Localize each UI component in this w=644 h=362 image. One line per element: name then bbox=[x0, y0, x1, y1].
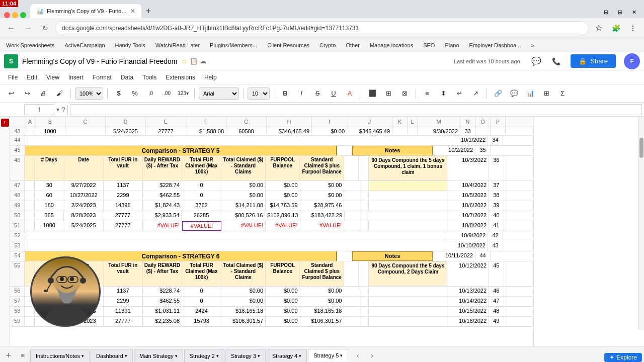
cell-48-F[interactable]: 0 bbox=[182, 191, 221, 201]
cell-53-M[interactable]: 10/10/2022 bbox=[445, 241, 488, 251]
browser-minimize[interactable]: ⊟ bbox=[600, 6, 612, 18]
cell-45-M[interactable]: 10/2/2022 bbox=[433, 146, 475, 155]
cell-49-C[interactable]: 2/24/2023 bbox=[64, 201, 104, 211]
cell-47-F[interactable]: 0 bbox=[182, 181, 221, 191]
cell-49-D[interactable]: 14396 bbox=[104, 201, 143, 211]
tab-main-strategy[interactable]: Main Strategy ▾ bbox=[134, 349, 183, 362]
cell-44-N[interactable]: 34 bbox=[488, 136, 503, 145]
cell-51-G[interactable]: #VALUE! bbox=[221, 221, 266, 231]
cell-57-D[interactable]: 2299 bbox=[104, 297, 143, 306]
bookmark-handy-tools[interactable]: Handy Tools bbox=[113, 41, 147, 49]
cell-51-I[interactable]: #VALUE! bbox=[300, 221, 345, 231]
cell-58-I[interactable]: $18,165.18 bbox=[300, 307, 345, 316]
refresh-button[interactable]: ↻ bbox=[38, 21, 52, 35]
tab-dashboard[interactable]: Dashboard ▾ bbox=[91, 349, 133, 362]
cell-44-M[interactable]: 10/1/2022 bbox=[445, 136, 488, 145]
underline-button[interactable]: U bbox=[327, 86, 341, 101]
cell-58-G[interactable]: $18,165.18 bbox=[221, 307, 266, 316]
cell-57-N[interactable]: 47 bbox=[489, 297, 504, 306]
borders-button[interactable]: ⊞ bbox=[381, 86, 395, 101]
percent-button[interactable]: % bbox=[128, 86, 142, 101]
col-header-O[interactable]: O bbox=[475, 117, 491, 127]
tab-dropdown-icon-3[interactable]: ▾ bbox=[175, 353, 178, 358]
strikethrough-button[interactable]: S bbox=[310, 86, 325, 101]
copy-icon[interactable]: 📋 bbox=[190, 57, 198, 65]
tab-dropdown-icon-2[interactable]: ▾ bbox=[125, 353, 127, 358]
menu-insert[interactable]: Insert bbox=[64, 72, 88, 82]
more-formats[interactable]: 123▾ bbox=[176, 86, 190, 101]
cell-50-F[interactable]: 26285 bbox=[182, 211, 221, 221]
tab-close-icon[interactable]: ✕ bbox=[130, 8, 135, 15]
tab-strategy3[interactable]: Strategy 3 ▾ bbox=[225, 349, 266, 362]
cell-43-I[interactable]: $0.00 bbox=[312, 127, 347, 135]
undo-button[interactable]: ↩ bbox=[4, 86, 18, 101]
bookmark-crypto[interactable]: Crypto bbox=[317, 41, 338, 49]
col-header-H[interactable]: H bbox=[267, 117, 312, 127]
cell-50-D[interactable]: 27777 bbox=[103, 211, 142, 221]
call-button[interactable]: 📞 bbox=[548, 53, 565, 69]
spreadsheet-area[interactable]: A B C D E F G H I J K L M N O P 43 bbox=[10, 117, 533, 346]
cell-48-N[interactable]: 38 bbox=[489, 191, 504, 201]
cell-reference-input[interactable] bbox=[24, 104, 54, 115]
browser-maximize[interactable]: ⊞ bbox=[614, 6, 626, 18]
cell-58-H[interactable]: $0.00 bbox=[266, 307, 300, 316]
explore-button[interactable]: ✦ Explore bbox=[604, 353, 642, 362]
cell-47-G[interactable]: $0.00 bbox=[221, 181, 266, 191]
col-header-E[interactable]: E bbox=[146, 117, 186, 127]
text-color-button[interactable]: A bbox=[343, 86, 357, 101]
cell-47-M[interactable]: 10/4/2022 bbox=[447, 181, 489, 191]
cell-57-I[interactable]: $0.00 bbox=[300, 297, 345, 306]
cell-51-E[interactable]: #VALUE! bbox=[143, 221, 182, 231]
menu-data[interactable]: Data bbox=[117, 72, 137, 82]
cell-58-N[interactable]: 48 bbox=[489, 307, 504, 316]
cell-46-M[interactable]: 10/3/2022 bbox=[447, 156, 489, 180]
cell-48-B[interactable]: 60 bbox=[35, 191, 64, 201]
cell-47-E[interactable]: $228.74 bbox=[143, 181, 182, 191]
cell-43-D[interactable]: 5/24/2025 bbox=[106, 127, 146, 135]
sheet-list-button[interactable]: ≡ bbox=[16, 349, 29, 362]
bold-button[interactable]: B bbox=[278, 86, 292, 101]
cell-56-H[interactable]: $0.00 bbox=[266, 287, 300, 296]
text-wrap-button[interactable]: ↵ bbox=[452, 86, 466, 101]
bookmark-watch-read[interactable]: Watch/Read Later bbox=[153, 41, 202, 49]
tab-dropdown-icon-6[interactable]: ▾ bbox=[299, 353, 301, 358]
tab-strategy5[interactable]: Strategy 5 ▾ bbox=[308, 349, 348, 362]
url-bar[interactable]: docs.google.com/spreadsheets/d/1w2DG-a0-… bbox=[55, 21, 589, 35]
cell-47-I[interactable]: $0.00 bbox=[300, 181, 345, 191]
cell-43-B[interactable]: 1000 bbox=[35, 127, 65, 135]
star-icon[interactable]: ☆ bbox=[181, 57, 188, 65]
tab-dropdown-icon-7[interactable]: ▾ bbox=[340, 353, 343, 358]
currency-button[interactable]: $ bbox=[112, 86, 126, 101]
tab-strategy4[interactable]: Strategy 4 ▾ bbox=[267, 349, 307, 362]
cell-47-D[interactable]: 1137 bbox=[104, 181, 143, 191]
cell-49-H[interactable]: $14,763.59 bbox=[266, 201, 300, 211]
cell-51-M[interactable]: 10/8/2022 bbox=[447, 221, 489, 231]
cell-45-N[interactable]: 35 bbox=[475, 146, 491, 155]
col-header-K[interactable]: K bbox=[392, 117, 408, 127]
scrollbar-thumb[interactable] bbox=[639, 138, 643, 158]
cell-58-D[interactable]: 11391 bbox=[104, 307, 143, 316]
tab-strategy2[interactable]: Strategy 2 ▾ bbox=[184, 349, 224, 362]
col-header-G[interactable]: G bbox=[226, 117, 267, 127]
cell-50-H[interactable]: $102,896.13 bbox=[265, 211, 300, 221]
align-button[interactable]: ≡ bbox=[420, 86, 434, 101]
cell-51-C[interactable]: 5/24/2025 bbox=[64, 221, 104, 231]
cell-56-D[interactable]: 1137 bbox=[104, 287, 143, 296]
account-avatar[interactable]: F bbox=[624, 53, 640, 69]
cell-48-C[interactable]: 10/27/2022 bbox=[64, 191, 104, 201]
cell-47-B[interactable]: 30 bbox=[35, 181, 64, 191]
cell-59-I[interactable]: $106,301.57 bbox=[300, 317, 345, 326]
formula-help-icon[interactable]: ? bbox=[61, 106, 65, 114]
comments-button[interactable]: 💬 bbox=[528, 53, 544, 69]
bookmark-client-resources[interactable]: Client Resources bbox=[265, 41, 311, 49]
cell-50-N[interactable]: 40 bbox=[489, 211, 504, 221]
cell-56-F[interactable]: 0 bbox=[182, 287, 221, 296]
formula-input[interactable]: =INDIRECT("Main Strategy!"&"Z"&$C15) bbox=[70, 104, 642, 115]
cell-59-M[interactable]: 10/16/2022 bbox=[447, 317, 489, 326]
cell-50-M[interactable]: 10/7/2022 bbox=[447, 211, 489, 221]
cell-57-H[interactable]: $0.00 bbox=[266, 297, 300, 306]
cell-59-H[interactable]: $0.00 bbox=[266, 317, 300, 326]
cell-59-F[interactable]: 15793 bbox=[182, 317, 221, 326]
col-header-J[interactable]: J bbox=[347, 117, 392, 127]
cell-49-E[interactable]: $1,824.43 bbox=[143, 201, 182, 211]
